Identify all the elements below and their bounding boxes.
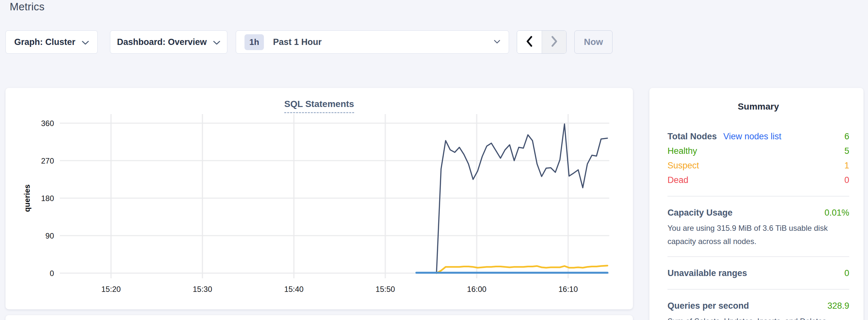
divider <box>668 256 849 257</box>
now-button[interactable]: Now <box>575 30 613 54</box>
queries-per-second-description: Sum of Selects, Updates, Inserts, and De… <box>668 315 849 320</box>
summary-title: Summary <box>668 101 849 112</box>
summary-panel: Summary Total Nodes View nodes list 6 He… <box>649 88 864 320</box>
suspect-value: 1 <box>844 158 849 173</box>
chevron-down-icon <box>494 39 500 45</box>
capacity-usage-label: Capacity Usage <box>668 205 733 220</box>
sql-statements-chart-card: SQL Statements 09018027036015:2015:3015:… <box>5 88 633 309</box>
y-axis-label: queries <box>23 184 31 212</box>
total-nodes-label: Total Nodes <box>668 129 717 144</box>
next-timespan-button[interactable] <box>542 31 566 53</box>
dead-label: Dead <box>668 173 688 188</box>
total-nodes-value: 6 <box>844 129 849 144</box>
divider <box>668 289 849 290</box>
queries-per-second-label: Queries per second <box>668 299 749 313</box>
chevron-down-icon <box>82 37 89 47</box>
graph-dropdown[interactable]: Graph: Cluster <box>5 30 98 54</box>
chevron-left-icon <box>526 36 533 48</box>
dead-value: 0 <box>844 173 849 188</box>
total-nodes-row: Total Nodes View nodes list 6 <box>668 129 849 144</box>
view-nodes-list-link[interactable]: View nodes list <box>723 129 782 144</box>
previous-timespan-button[interactable] <box>517 31 542 53</box>
x-tick-label: 16:10 <box>559 285 578 293</box>
x-tick-label: 15:30 <box>193 285 212 293</box>
divider <box>668 196 849 196</box>
node-status-row: Healthy 5 <box>668 144 849 158</box>
chevron-right-icon <box>551 36 558 48</box>
capacity-usage-description: You are using 315.9 MiB of 3.6 TiB usabl… <box>668 221 849 248</box>
queries-per-second-section: Queries per second 328.9 Sum of Selects,… <box>668 299 849 320</box>
y-tick-label: 90 <box>45 231 54 240</box>
node-status-row: Suspect 1 <box>668 158 849 173</box>
y-tick-label: 180 <box>41 194 54 203</box>
graph-dropdown-label: Graph: Cluster <box>14 37 75 47</box>
timescale-label: Past 1 Hour <box>273 37 494 47</box>
dashboard-dropdown[interactable]: Dashboard: Overview <box>110 30 227 54</box>
y-tick-label: 360 <box>41 119 54 128</box>
node-status-row: Dead 0 <box>668 173 849 188</box>
x-tick-label: 15:50 <box>375 285 395 293</box>
dashboard-dropdown-label: Dashboard: Overview <box>117 37 207 47</box>
x-tick-label: 15:20 <box>101 285 121 293</box>
suspect-label: Suspect <box>668 158 699 173</box>
controls-bar: Graph: Cluster Dashboard: Overview 1h Pa… <box>5 30 613 54</box>
healthy-value: 5 <box>844 144 849 158</box>
capacity-usage-value: 0.01% <box>824 205 849 220</box>
timescale-badge: 1h <box>245 34 264 50</box>
sql-statements-chart[interactable]: 09018027036015:2015:3015:4015:5016:0016:… <box>5 88 633 309</box>
x-tick-label: 15:40 <box>284 285 304 293</box>
time-step-buttons <box>517 30 567 54</box>
timescale-selector[interactable]: 1h Past 1 Hour <box>236 30 509 54</box>
queries-per-second-value: 328.9 <box>827 299 849 313</box>
unavailable-ranges-value: 0 <box>844 266 849 281</box>
y-tick-label: 0 <box>50 269 54 278</box>
page-title: Metrics <box>10 1 44 13</box>
chevron-down-icon <box>213 37 220 47</box>
capacity-usage-section: Capacity Usage 0.01% You are using 315.9… <box>668 205 849 248</box>
unavailable-ranges-section: Unavailable ranges 0 <box>668 266 849 281</box>
x-tick-label: 16:00 <box>467 285 486 293</box>
y-tick-label: 270 <box>41 156 54 165</box>
next-chart-card <box>5 315 633 320</box>
healthy-label: Healthy <box>668 144 697 158</box>
unavailable-ranges-label: Unavailable ranges <box>668 266 747 281</box>
chart-title[interactable]: SQL Statements <box>284 99 354 113</box>
